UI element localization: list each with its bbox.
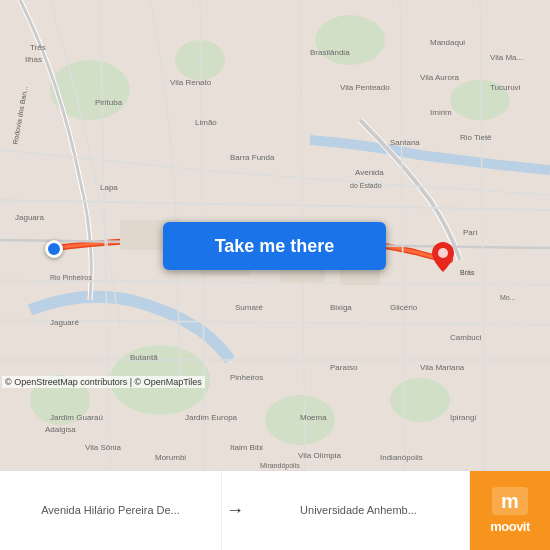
svg-text:m: m (501, 490, 519, 512)
svg-text:Mirandópolis: Mirandópolis (260, 462, 300, 470)
svg-text:Butantã: Butantã (130, 353, 158, 362)
svg-text:Tucuruvi: Tucuruvi (490, 83, 521, 92)
svg-text:Avenida: Avenida (355, 168, 384, 177)
svg-text:Pirituba: Pirituba (95, 98, 123, 107)
svg-text:Morumbi: Morumbi (155, 453, 186, 462)
svg-text:Brasilândia: Brasilândia (310, 48, 350, 57)
svg-text:Jaguaré: Jaguaré (50, 318, 79, 327)
svg-text:Lapa: Lapa (100, 183, 118, 192)
svg-text:Brás: Brás (460, 269, 475, 276)
svg-text:Três: Três (30, 43, 46, 52)
moovit-text: moovit (490, 519, 530, 534)
svg-text:Moema: Moema (300, 413, 327, 422)
svg-point-3 (315, 15, 385, 65)
svg-text:Ipirangi: Ipirangi (450, 413, 476, 422)
svg-text:Vila Sônia: Vila Sônia (85, 443, 121, 452)
svg-text:Vila Mariana: Vila Mariana (420, 363, 465, 372)
svg-text:Cambuci: Cambuci (450, 333, 482, 342)
svg-text:Itaim Bibi: Itaim Bibi (230, 443, 263, 452)
svg-text:Vila Aurora: Vila Aurora (420, 73, 460, 82)
svg-text:Ilhas: Ilhas (25, 55, 42, 64)
app-container: Três Ilhas Pirituba Vila Renato Brasilân… (0, 0, 550, 550)
svg-text:Adalgisa: Adalgisa (45, 425, 76, 434)
map-attribution: © OpenStreetMap contributors | © OpenMap… (2, 376, 205, 388)
svg-text:do Estado: do Estado (350, 182, 382, 189)
svg-text:Rio Tietê: Rio Tietê (460, 133, 492, 142)
svg-text:Imirim: Imirim (430, 108, 452, 117)
take-me-there-button[interactable]: Take me there (163, 222, 386, 270)
direction-arrow: → (226, 500, 244, 521)
origin-marker (45, 240, 63, 258)
svg-text:Glicério: Glicério (390, 303, 418, 312)
map-container: Três Ilhas Pirituba Vila Renato Brasilân… (0, 0, 550, 470)
origin-section: Avenida Hilário Pereira De... (0, 471, 222, 550)
svg-text:Vila Ma...: Vila Ma... (490, 53, 523, 62)
destination-label: Universidade Anhemb... (300, 503, 417, 517)
svg-text:Limão: Limão (195, 118, 217, 127)
svg-text:Paraíso: Paraíso (330, 363, 358, 372)
moovit-m-icon: m (492, 487, 528, 515)
svg-point-67 (438, 248, 448, 258)
svg-text:Indianópolis: Indianópolis (380, 453, 423, 462)
svg-text:Bixiga: Bixiga (330, 303, 352, 312)
origin-label: Avenida Hilário Pereira De... (41, 503, 180, 517)
svg-text:Barra Funda: Barra Funda (230, 153, 275, 162)
moovit-logo: m moovit (470, 471, 550, 551)
destination-marker (432, 242, 454, 272)
svg-text:Jardim Europa: Jardim Europa (185, 413, 238, 422)
svg-text:Santana: Santana (390, 138, 420, 147)
svg-text:Sumaré: Sumaré (235, 303, 264, 312)
bottom-bar: Avenida Hilário Pereira De... → Universi… (0, 470, 550, 550)
svg-text:Mo...: Mo... (500, 294, 516, 301)
destination-section: Universidade Anhemb... (248, 471, 470, 550)
svg-text:Pinheiros: Pinheiros (230, 373, 263, 382)
svg-point-7 (390, 378, 450, 422)
svg-text:Jaguara: Jaguara (15, 213, 44, 222)
svg-text:Rio Pinheiros: Rio Pinheiros (50, 274, 92, 281)
svg-text:Pari: Pari (463, 228, 477, 237)
svg-text:Jardim Guaraú: Jardim Guaraú (50, 413, 103, 422)
svg-text:Vila Olímpia: Vila Olímpia (298, 451, 342, 460)
svg-text:Mandaqui: Mandaqui (430, 38, 465, 47)
svg-text:Vila Renato: Vila Renato (170, 78, 212, 87)
svg-text:Vila Penteado: Vila Penteado (340, 83, 390, 92)
